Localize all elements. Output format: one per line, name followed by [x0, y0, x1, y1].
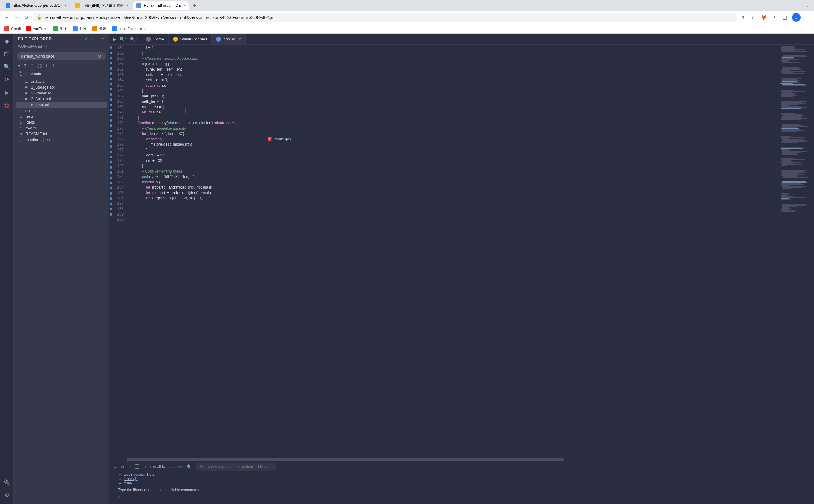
bookmark-translate[interactable]: 翻译 — [73, 26, 87, 31]
code-line: uint mask = 256 ** (32 - len) - 1; — [129, 174, 779, 180]
editor-tab-home[interactable]: Home — [142, 34, 169, 44]
tree-item-scripts[interactable]: 🗀scripts — [14, 108, 109, 113]
bookmark-youtube[interactable]: YouTube — [26, 26, 47, 31]
tree-item-artifacts[interactable]: 🗀artifacts — [14, 78, 109, 84]
sidepanel-icon[interactable]: ◫ — [782, 14, 788, 21]
compile-check-icon[interactable]: ✓ — [85, 36, 88, 41]
terminal-output[interactable]: web3 version 1.5.2 ethers.js remix Type … — [109, 472, 814, 504]
upload-icon[interactable]: ⇧ — [45, 63, 48, 68]
file-icon: {} — [19, 138, 24, 142]
plugin-manager-icon[interactable]: 🔌 — [2, 478, 11, 487]
debugger-icon[interactable]: 🐞 — [2, 101, 11, 110]
new-tab-button[interactable]: + — [190, 2, 199, 10]
profile-avatar[interactable]: J — [792, 13, 801, 22]
browser-tab-bscscan[interactable]: 币安 (BNB) 区块链浏览器 × — [72, 1, 132, 10]
browser-tab-remix[interactable]: Remix - Ethereum IDE × — [133, 1, 189, 10]
tree-item-1_Storage-sol[interactable]: ◆1_Storage.sol — [14, 84, 109, 90]
chrome-menu-icon[interactable]: ⋮ — [805, 14, 811, 21]
code-area[interactable]: infinite gas l = 4; } // Check for trunc… — [127, 45, 779, 458]
compiler-icon[interactable]: ⟳ — [2, 75, 11, 84]
terminal-toggle-icon[interactable]: ⌄ — [113, 464, 117, 469]
tree-label: README.txt — [25, 132, 47, 136]
tabs-overflow-icon[interactable]: ⌄ — [806, 3, 812, 8]
extensions-icon[interactable]: ✦ — [771, 14, 777, 21]
tree-item--deps[interactable]: 🗀.deps — [14, 119, 109, 125]
browser-tab-bitbucket[interactable]: https://bitbucket.org/icloud714 × — [2, 1, 70, 10]
zoom-in-icon[interactable]: 🔍⁺ — [130, 37, 137, 42]
tree-item--prettierrc-json[interactable]: {}.prettierrc.json — [14, 137, 109, 143]
bookmark-gmail[interactable]: Gmail — [4, 26, 21, 31]
chevron-right-icon[interactable]: › — [92, 36, 94, 41]
icon-rail: ◆ 🗐 🔍 ⟳ ▶ 🐞 🔌 ⚙ — [0, 34, 14, 504]
code-line: l = 4; — [129, 45, 779, 51]
file-icon: 🗎 — [19, 132, 24, 136]
breakpoint-gutter[interactable] — [109, 45, 113, 458]
remix-logo-icon[interactable]: ◆ — [2, 37, 11, 45]
collapse-icon[interactable]: ▾ — [18, 63, 20, 68]
reload-button[interactable]: ⟳ — [23, 14, 30, 21]
bookmark-label: Gmail — [11, 27, 21, 31]
metamask-icon[interactable]: 🦊 — [761, 14, 767, 21]
terminal-panel: ⌄ ⊘ 0 listen on all transactions 🔍 web3 … — [109, 461, 814, 504]
terminal-prompt[interactable]: > — [118, 492, 805, 499]
editor[interactable]: 1581591601611621631641651661671681691701… — [109, 45, 814, 458]
new-file-icon[interactable]: 🗎 — [23, 63, 27, 68]
search-icon[interactable]: 🔍 — [187, 464, 192, 469]
deploy-icon[interactable]: ▶ — [2, 88, 11, 97]
github-icon[interactable]: ◯ — [37, 63, 42, 68]
clear-icon[interactable]: ⊘ — [121, 464, 124, 469]
tree-item-tests[interactable]: 🗀tests — [14, 113, 109, 119]
zoom-out-icon[interactable]: 🔍⁻ — [120, 37, 127, 42]
code-line: } — [129, 51, 779, 56]
file-explorer-icon[interactable]: 🗐 — [2, 50, 11, 58]
favicon-remix — [136, 3, 141, 8]
run-script-icon[interactable]: ▶ — [113, 37, 117, 42]
workspace-selector[interactable]: default_workspace ⊜ — [17, 52, 105, 60]
close-icon[interactable]: × — [126, 3, 128, 8]
close-icon[interactable]: × — [64, 3, 67, 8]
tree-item-contracts[interactable]: ▾ 🗀contracts — [14, 69, 109, 78]
scrollbar-thumb[interactable] — [127, 458, 564, 461]
upload-folder-icon[interactable]: ⇪ — [52, 63, 55, 68]
tree-label: 1_Storage.sol — [31, 85, 55, 90]
code-line: self._len -= l; — [129, 99, 779, 105]
menu-icon[interactable]: ☰ — [100, 36, 104, 41]
search-icon[interactable]: 🔍 — [2, 63, 11, 71]
bookmark-bitbucket[interactable]: https://bitbucket.o... — [112, 26, 151, 31]
url-input[interactable]: 🔒 remix.ethereum.org/#lang=en&optimize=f… — [32, 13, 737, 22]
tree-item-README-txt[interactable]: 🗎README.txt — [14, 131, 109, 137]
forward-button[interactable]: → — [13, 14, 20, 21]
horizontal-scrollbar[interactable] — [109, 458, 814, 461]
close-icon[interactable]: × — [183, 3, 185, 8]
main-area: ▶ 🔍⁻ 🔍⁺ Home Wallet Connect bnb.sol × 15… — [109, 34, 814, 504]
bookmark-label: YouTube — [33, 27, 47, 31]
folder-icon: 🗀 — [25, 80, 29, 83]
listen-checkbox[interactable]: listen on all transactions — [135, 464, 182, 469]
tree-item-2_Owner-sol[interactable]: ◆2_Owner.sol — [14, 90, 109, 96]
close-icon[interactable]: × — [239, 37, 241, 41]
settings-icon[interactable]: ⚙ — [2, 491, 11, 500]
share-icon[interactable]: ⇧ — [740, 14, 746, 21]
editor-tab-wallet[interactable]: Wallet Connect — [169, 34, 212, 44]
terminal-link-web3[interactable]: web3 version 1.5.2 — [124, 472, 155, 477]
minimap[interactable] — [779, 45, 814, 458]
new-folder-icon[interactable]: 🗀 — [30, 63, 34, 68]
terminal-search-input[interactable] — [196, 463, 276, 471]
editor-tab-file[interactable]: bnb.sol × — [212, 34, 246, 44]
code-line: } — [129, 115, 779, 121]
bookmark-news[interactable]: 资讯 — [92, 26, 106, 31]
bookmark-maps[interactable]: 地图 — [53, 26, 67, 31]
bookmark-star-icon[interactable]: ☆ — [750, 14, 756, 21]
code-line: return rune; — [129, 110, 779, 115]
tree-item-swarm[interactable]: 🗀swarm — [14, 125, 109, 131]
back-button[interactable]: ← — [3, 14, 10, 21]
workspaces-row: WORKSPACES + — [14, 42, 109, 51]
chevron-down-icon: ⊜ — [98, 54, 101, 59]
tree-item-bnb-sol[interactable]: ◆bnb.sol — [16, 102, 107, 108]
tree-item-3_Ballot-sol[interactable]: ◆3_Ballot.sol — [14, 96, 109, 102]
terminal-link-ethers[interactable]: ethers.js — [124, 477, 137, 481]
add-workspace-icon[interactable]: + — [44, 44, 47, 49]
gas-estimate-hint: infinite gas — [268, 137, 291, 142]
code-line: } — [129, 147, 779, 153]
code-line: self._ptr += l; — [129, 94, 779, 99]
